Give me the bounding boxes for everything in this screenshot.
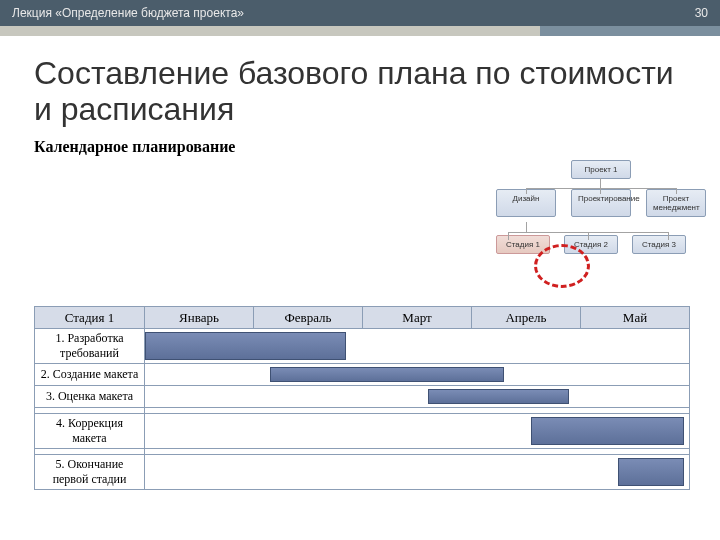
gantt-month-2: Март (363, 307, 472, 329)
gantt-task-label: 1. Разработка требований (35, 329, 145, 364)
gantt-month-1: Февраль (254, 307, 363, 329)
gantt-task-label: 3. Оценка макета (35, 386, 145, 408)
wbs-root: Проект 1 (571, 160, 631, 179)
gantt-month-4: Май (581, 307, 690, 329)
gantt-task-label: 4. Коррекция макета (35, 414, 145, 449)
gantt-chart: Стадия 1 Январь Февраль Март Апрель Май … (34, 306, 690, 490)
gantt-bar (145, 332, 346, 360)
gantt-task-label: 2. Создание макета (35, 364, 145, 386)
wbs-l1-1: Проектирование (571, 189, 631, 217)
slide-number: 30 (695, 6, 708, 20)
wbs-l2-2: Стадия 3 (632, 235, 686, 254)
gantt-month-0: Январь (145, 307, 254, 329)
gantt-bar (618, 458, 683, 486)
header-bar: Лекция «Определение бюджета проекта» 30 (0, 0, 720, 26)
gantt-month-3: Апрель (472, 307, 581, 329)
subheading: Календарное планирование (34, 138, 686, 156)
gantt-bar (531, 417, 683, 445)
gantt-stage-header: Стадия 1 (35, 307, 145, 329)
page-title: Составление базового плана по стоимости … (34, 56, 686, 128)
gantt-bar (428, 389, 569, 404)
highlight-circle (534, 244, 590, 288)
gantt-task-label: 5. Окончание первой стадии (35, 455, 145, 490)
header-divider (0, 26, 720, 36)
lecture-title: Лекция «Определение бюджета проекта» (12, 6, 244, 20)
wbs-diagram: Проект 1 Дизайн Проектирование Проект ме… (496, 160, 706, 254)
gantt-bar (270, 367, 504, 382)
